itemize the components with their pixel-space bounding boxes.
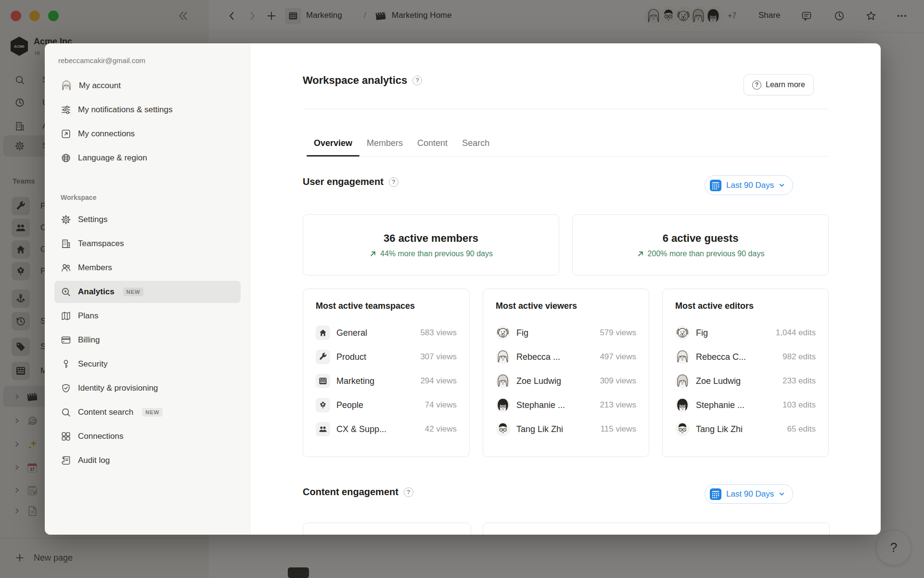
trend-up-icon	[637, 250, 644, 258]
list-item[interactable]: Stephanie ... 213 views	[496, 393, 636, 417]
nav-item-identity-provisioning[interactable]: Identity & provisioning	[54, 377, 241, 399]
list-item[interactable]: People 74 views	[316, 393, 457, 417]
people-icon	[316, 422, 330, 436]
map-icon	[61, 311, 71, 321]
gear-icon	[61, 214, 71, 225]
row-value: 307 views	[420, 352, 457, 362]
settings-nav-pane: rebeccamcakir@gmail.com My account My no…	[45, 43, 250, 535]
list-item[interactable]: Marketing 294 views	[316, 369, 457, 393]
title-divider	[303, 109, 829, 109]
learn-more-label: Learn more	[766, 80, 805, 89]
question-circle-icon	[752, 80, 761, 90]
list-item[interactable]: Stephanie ... 103 edits	[675, 393, 816, 417]
partial-card	[483, 523, 830, 535]
help-circle-icon[interactable]	[404, 487, 413, 497]
tab-content[interactable]: Content	[410, 131, 455, 156]
row-name: Tang Lik Zhi	[696, 424, 781, 434]
most-active-viewers-card: Most active viewers Fig 579 views Rebecc…	[483, 289, 649, 457]
nav-item-settings[interactable]: Settings	[54, 209, 241, 231]
nav-item-my-account[interactable]: My account	[54, 75, 241, 97]
content-engagement-date-range[interactable]: Last 90 Days	[705, 484, 793, 504]
nav-item-audit-log[interactable]: Audit log	[54, 449, 241, 472]
chevron-down-icon	[778, 182, 785, 189]
tab-members[interactable]: Members	[359, 131, 410, 156]
nav-item-plans[interactable]: Plans	[54, 305, 241, 327]
nav-item-content-search[interactable]: Content search NEW	[54, 401, 241, 423]
arrow-up-right-square-icon	[61, 129, 71, 139]
list-item[interactable]: CX & Supp... 42 views	[316, 417, 457, 441]
page-title-text: Workspace analytics	[303, 74, 407, 87]
nav-item-label: My connections	[78, 129, 135, 139]
row-value: 103 edits	[783, 400, 816, 410]
nav-item-analytics[interactable]: Analytics NEW	[54, 281, 241, 303]
list-item[interactable]: Zoe Ludwig 309 views	[496, 369, 636, 393]
row-value: 233 edits	[783, 376, 816, 386]
row-value: 583 views	[420, 328, 457, 338]
list-item[interactable]: Fig 1,044 edits	[675, 321, 816, 345]
row-name: Fig	[516, 328, 593, 338]
nav-item-label: Language & region	[78, 153, 147, 163]
learn-more-button[interactable]: Learn more	[744, 74, 814, 95]
nav-item-security[interactable]: Security	[54, 353, 241, 375]
list-item[interactable]: Rebecca ... 497 views	[496, 345, 636, 369]
section-heading-text: Content engagement	[303, 486, 398, 498]
help-circle-icon[interactable]	[389, 177, 398, 187]
row-name: Stephanie ...	[516, 400, 593, 410]
globe-icon	[61, 153, 71, 163]
row-name: Zoe Ludwig	[516, 376, 593, 386]
list-item[interactable]: Product 307 views	[316, 345, 457, 369]
row-name: Fig	[696, 328, 770, 338]
nav-item-label: Analytics	[78, 287, 115, 297]
avatar-zoe	[675, 374, 690, 388]
most-active-editors-card: Most active editors Fig 1,044 edits Rebe…	[662, 289, 829, 457]
nav-item-language-region[interactable]: Language & region	[54, 147, 241, 169]
analytics-tabs: Overview Members Content Search	[307, 131, 829, 157]
nav-item-label: Members	[78, 263, 112, 273]
new-badge: NEW	[142, 408, 163, 417]
list-item[interactable]: Rebecca C... 982 edits	[675, 345, 816, 369]
date-range-label: Last 90 Days	[726, 489, 774, 499]
avatar-fig	[496, 326, 510, 340]
nav-item-teamspaces[interactable]: Teamspaces	[54, 233, 241, 255]
nav-item-billing[interactable]: Billing	[54, 329, 241, 351]
help-circle-icon[interactable]	[412, 76, 422, 85]
row-name: General	[336, 328, 414, 338]
nav-item-connections[interactable]: Connections	[54, 425, 241, 447]
calendar-icon	[709, 488, 722, 500]
row-value: 309 views	[600, 376, 636, 386]
account-email: rebeccamcakir@gmail.com	[58, 56, 145, 65]
section-heading-text: User engagement	[303, 176, 384, 187]
stat-delta: 200% more than previous 90 days	[648, 250, 765, 258]
nav-item-notifications[interactable]: My notifications & settings	[54, 99, 241, 121]
list-item[interactable]: Tang Lik Zhi 115 views	[496, 417, 636, 441]
wrench-icon	[316, 350, 330, 364]
avatar-zoe	[496, 374, 510, 388]
nav-item-label: Connections	[78, 432, 124, 441]
row-value: 294 views	[420, 376, 457, 386]
row-name: Stephanie ...	[696, 400, 776, 410]
list-item[interactable]: Zoe Ludwig 233 edits	[675, 369, 816, 393]
list-item[interactable]: General 583 views	[316, 321, 457, 345]
workspace-section-label: Workspace	[61, 194, 96, 201]
nav-item-label: Content search	[78, 407, 133, 417]
date-range-label: Last 90 Days	[726, 181, 774, 190]
row-value: 74 views	[425, 400, 457, 410]
row-value: 1,044 edits	[776, 328, 816, 338]
shield-check-icon	[61, 383, 71, 394]
avatar-fig	[675, 326, 690, 340]
tab-overview[interactable]: Overview	[307, 131, 359, 156]
tab-search[interactable]: Search	[455, 131, 497, 156]
row-value: 982 edits	[783, 352, 816, 362]
avatar-stephanie	[496, 398, 510, 412]
list-item[interactable]: Tang Lik Zhi 65 edits	[675, 417, 816, 441]
user-engagement-date-range[interactable]: Last 90 Days	[705, 175, 793, 195]
avatar-rebecca	[675, 350, 690, 364]
card-title: Most active viewers	[496, 301, 636, 311]
partial-card	[303, 523, 471, 535]
list-item[interactable]: Fig 579 views	[496, 321, 636, 345]
row-name: Marketing	[336, 376, 414, 386]
nav-item-my-connections[interactable]: My connections	[54, 123, 241, 145]
row-value: 497 views	[600, 352, 636, 362]
nav-item-members[interactable]: Members	[54, 257, 241, 279]
stat-value: 6 active guests	[663, 232, 739, 245]
